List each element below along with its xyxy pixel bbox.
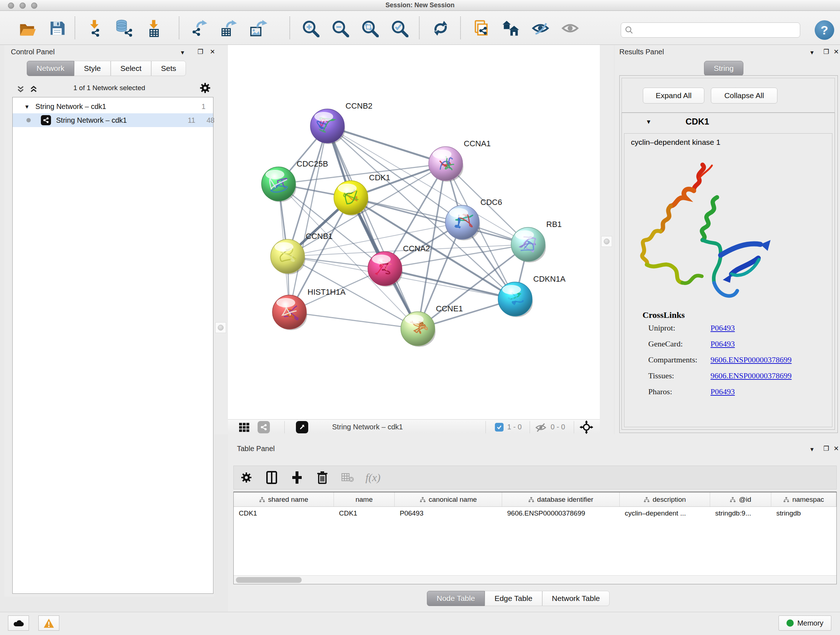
network-node-CDC6[interactable]: CDC6 xyxy=(445,198,502,241)
network-row[interactable]: String Network – cdk1 11 48 xyxy=(13,113,213,127)
results-panel-close-icon[interactable]: ✕ xyxy=(834,49,839,55)
zoom-out-button[interactable] xyxy=(329,17,351,39)
selected-checkbox-icon[interactable] xyxy=(495,423,504,432)
table-row[interactable]: CDK1CDK1P064939606.ENSP00000378699cyclin… xyxy=(234,507,836,520)
export-table-button[interactable] xyxy=(218,17,240,39)
column-header-canonical-name[interactable]: canonical name xyxy=(395,492,502,507)
network-edge-HIST1H1A-CCNE1[interactable] xyxy=(289,312,418,329)
network-edge-CCNB2-CCNA1[interactable] xyxy=(327,126,446,164)
crosslink-row: Uniprot: P06493 xyxy=(624,323,832,336)
tab-select[interactable]: Select xyxy=(111,61,151,76)
crosslink-label: Uniprot: xyxy=(648,323,676,333)
zoom-out-icon xyxy=(331,19,349,37)
table-panel-menu-icon[interactable]: ▾ xyxy=(810,446,813,453)
delete-column-trash-icon[interactable] xyxy=(309,467,335,488)
network-options-gear-icon[interactable] xyxy=(199,82,211,94)
column-header-description[interactable]: description xyxy=(620,492,710,507)
network-node-HIST1H1A[interactable]: HIST1H1A xyxy=(272,287,346,330)
column-type-icon xyxy=(420,497,426,502)
network-node-CDKN1A[interactable]: CDKN1A xyxy=(498,274,566,317)
tab-node-table[interactable]: Node Table xyxy=(427,591,485,606)
show-columns-icon[interactable] xyxy=(259,467,284,488)
birds-eye-view-icon[interactable] xyxy=(296,421,308,433)
crosslink-link[interactable]: P06493 xyxy=(711,387,735,396)
control-panel-menu-icon[interactable]: ▾ xyxy=(181,49,184,56)
table-panel-float-icon[interactable]: ❐ xyxy=(823,445,829,452)
crosslink-link[interactable]: 9606.ENSP00000378699 xyxy=(711,371,791,380)
network-canvas[interactable]: CCNB2CCNA1CDC25BCDK1CDC6RB1CCNB1CCNA2CDK… xyxy=(228,45,600,419)
right-splitter-handle[interactable] xyxy=(601,236,612,247)
show-all-button[interactable] xyxy=(559,17,581,39)
import-table-file-button[interactable] xyxy=(143,17,165,39)
zoom-in-button[interactable] xyxy=(300,17,321,39)
zoom-in-icon xyxy=(302,19,319,37)
help-button[interactable]: ? xyxy=(815,20,834,40)
memory-button[interactable]: Memory xyxy=(778,616,831,631)
control-panel-float-icon[interactable]: ❐ xyxy=(197,49,203,55)
network-view[interactable]: CCNB2CCNA1CDC25BCDK1CDC6RB1CCNB1CCNA2CDK… xyxy=(228,45,600,419)
tab-style[interactable]: Style xyxy=(74,61,111,76)
column-type-icon xyxy=(644,497,650,502)
network-edge-CCNB2-CCNE1[interactable] xyxy=(327,126,418,329)
main-toolbar: ? xyxy=(0,11,840,45)
import-network-file-button[interactable] xyxy=(84,17,106,39)
open-session-button[interactable] xyxy=(17,17,38,39)
node-table: shared namename canonical name database … xyxy=(233,492,837,584)
column-header-shared-name[interactable]: shared name xyxy=(234,492,334,507)
network-from-selection-button[interactable] xyxy=(470,17,492,39)
column-header-namespac[interactable]: namespac xyxy=(771,492,836,507)
table-horizontal-scrollbar[interactable] xyxy=(234,575,836,584)
tab-network[interactable]: Network xyxy=(27,61,74,76)
network-edge-CCNA2-CDKN1A[interactable] xyxy=(385,269,515,299)
hide-selected-button[interactable] xyxy=(530,17,551,39)
import-table-file-icon xyxy=(145,19,163,37)
search-field[interactable] xyxy=(621,22,800,38)
save-session-button[interactable] xyxy=(46,17,68,39)
network-selection-status: 1 of 1 Network selected xyxy=(4,84,214,92)
network-node-CCNA1[interactable]: CCNA1 xyxy=(429,139,491,182)
network-edge-CCNB2-HIST1H1A[interactable] xyxy=(289,126,327,312)
expand-all-button[interactable]: Expand All xyxy=(643,88,704,103)
collection-disclosure-icon[interactable]: ▼ xyxy=(24,103,30,110)
crosslink-link[interactable]: P06493 xyxy=(711,339,735,348)
table-panel-close-icon[interactable]: ✕ xyxy=(834,445,839,452)
crosslink-link[interactable]: 9606.ENSP00000378699 xyxy=(711,355,791,364)
cloud-button[interactable] xyxy=(8,616,29,631)
warnings-button[interactable] xyxy=(38,616,59,631)
gene-disclosure-icon[interactable]: ▼ xyxy=(646,119,652,125)
left-splitter[interactable] xyxy=(214,45,228,434)
tab-string[interactable]: String xyxy=(704,61,744,76)
column-header-database-identifier[interactable]: database identifier xyxy=(502,492,620,507)
network-node-CCNB1[interactable]: CCNB1 xyxy=(271,232,333,274)
pan-crosshair-icon[interactable] xyxy=(579,420,593,434)
import-network-database-button[interactable] xyxy=(114,17,135,39)
collapse-all-button[interactable]: Collapse All xyxy=(711,88,777,103)
column-header-@id[interactable]: @id xyxy=(710,492,771,507)
scrollbar-thumb[interactable] xyxy=(236,577,302,583)
network-overview-icon[interactable] xyxy=(257,421,270,433)
refresh-view-button[interactable] xyxy=(430,17,452,39)
network-node-CDK1[interactable]: CDK1 xyxy=(334,173,390,216)
crosslink-row: Pharos: P06493 xyxy=(624,387,832,399)
table-options-gear-icon[interactable] xyxy=(234,467,259,488)
column-header-name[interactable]: name xyxy=(334,492,395,507)
grid-view-icon[interactable] xyxy=(238,421,250,433)
left-splitter-handle[interactable] xyxy=(215,322,226,333)
application-window: Session: New Session ? Control Panel ▾ ❐… xyxy=(0,0,840,635)
zoom-selected-button[interactable] xyxy=(388,17,410,39)
tab-edge-table[interactable]: Edge Table xyxy=(485,591,542,606)
first-neighbors-button[interactable] xyxy=(500,17,522,39)
tab-network-table[interactable]: Network Table xyxy=(542,591,610,606)
search-input[interactable] xyxy=(633,26,793,35)
export-image-button[interactable] xyxy=(248,17,269,39)
tab-sets[interactable]: Sets xyxy=(151,61,186,76)
results-panel-float-icon[interactable]: ❐ xyxy=(823,49,829,55)
export-network-button[interactable] xyxy=(188,17,210,39)
network-node-RB1[interactable]: RB1 xyxy=(511,220,562,263)
zoom-fit-button[interactable] xyxy=(359,17,381,39)
results-panel-menu-icon[interactable]: ▾ xyxy=(810,49,813,56)
add-column-icon[interactable] xyxy=(284,467,309,488)
network-collection-row[interactable]: ▼ String Network – cdk1 1 xyxy=(13,100,213,113)
right-splitter[interactable] xyxy=(600,45,614,434)
crosslink-link[interactable]: P06493 xyxy=(711,323,735,333)
